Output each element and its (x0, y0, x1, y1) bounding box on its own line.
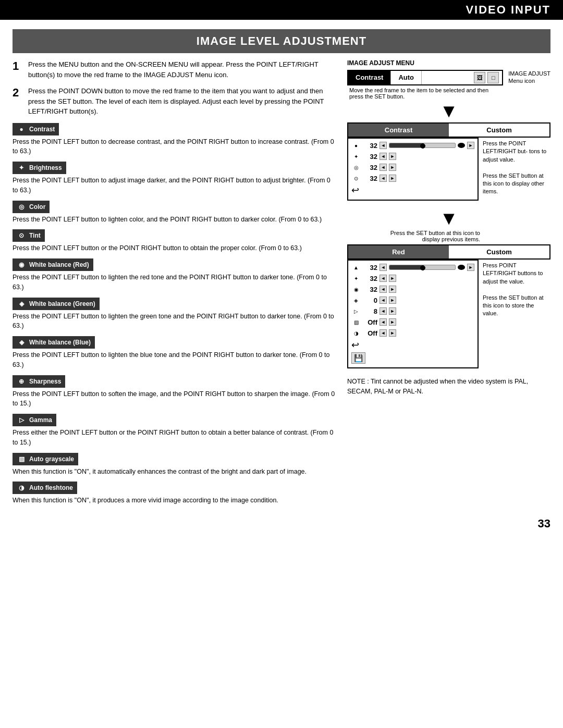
feature-gamma: ▷ Gamma Press either the POINT LEFT butt… (13, 414, 337, 448)
feature-gamma-desc: Press either the POINT LEFT button or th… (13, 428, 337, 448)
undo-icon-2[interactable]: ↩ (351, 339, 359, 351)
feature-color-desc: Press the POINT LEFT button to lighten c… (13, 215, 337, 225)
feature-wb-blue-label: ◈ White balance (Blue) (13, 336, 95, 349)
p2-row7-left[interactable]: ◄ (380, 329, 387, 337)
p2-row1-left[interactable]: ◄ (380, 264, 387, 271)
p2-row3-right[interactable]: ► (389, 286, 396, 293)
image-adjust-icon-label: IMAGE ADJUSTMenu icon (508, 70, 550, 85)
p2-row1-icon: ▲ (351, 263, 361, 272)
feature-wb-red: ◉ White balance (Red) Press the POINT LE… (13, 258, 337, 292)
note-text: NOTE : Tint cannot be adjusted when the … (347, 377, 550, 397)
row3-right-arrow[interactable]: ► (389, 164, 396, 171)
p2-row4-right[interactable]: ► (389, 297, 396, 304)
p2-row-5: ▷ 8 ◄ ► (351, 306, 474, 316)
p2-row-2: ✦ 32 ◄ ► (351, 274, 474, 283)
p2-row4-left[interactable]: ◄ (380, 297, 387, 304)
panel-2-annotation: Press POINT LEFT/RIGHT buttons to adjust… (483, 260, 550, 318)
p2-row4-value: 0 (363, 297, 377, 304)
row4-left-arrow[interactable]: ◄ (380, 175, 387, 182)
p2-row6-icon: ▧ (351, 317, 361, 327)
sharpness-icon: ⊕ (17, 377, 26, 386)
store-icon[interactable]: 💾 (351, 352, 365, 364)
feature-tint-label: ⊙ Tint (13, 229, 45, 242)
adjust-row-4: ⊙ 32 ◄ ► (351, 174, 474, 183)
feature-gamma-label: ▷ Gamma (13, 414, 56, 426)
page-header: VIDEO INPUT (0, 0, 563, 20)
gamma-icon: ▷ (17, 415, 26, 425)
feature-brightness: ✦ Brightness Press the POINT LEFT button… (13, 162, 337, 195)
header-title: VIDEO INPUT (466, 3, 550, 16)
feature-wb-red-desc: Press the POINT LEFT button to lighten t… (13, 273, 337, 292)
row1-left-arrow[interactable]: ◄ (380, 142, 387, 149)
feature-auto-grayscale-label: ▧ Auto grayscale (13, 453, 78, 465)
menu-bar-auto: Auto (391, 71, 422, 84)
row1-indicator (458, 143, 465, 148)
p2-row6-right[interactable]: ► (389, 318, 396, 326)
adjust-row-3: ◎ 32 ◄ ► (351, 163, 474, 172)
adjust-row-2: ✦ 32 ◄ ► (351, 152, 474, 161)
image-adjust-menu-label: IMAGE ADJUST MENU (347, 59, 550, 67)
row1-right-arrow[interactable]: ► (467, 142, 474, 149)
wb-blue-icon: ◈ (17, 338, 26, 347)
panel-2-header-right: Custom (449, 245, 549, 258)
section-title: IMAGE LEVEL ADJUSTMENT (13, 29, 550, 53)
panel-2-body: ▲ 32 ◄ ► ✦ 32 ◄ (347, 260, 479, 368)
contrast-icon: ● (17, 125, 26, 134)
feature-sharpness-desc: Press the POINT LEFT button to soften th… (13, 389, 337, 409)
menu-icon-1: 🖼 (474, 72, 485, 83)
p2-row6-left[interactable]: ◄ (380, 318, 387, 326)
p2-row5-left[interactable]: ◄ (380, 307, 387, 315)
feature-contrast-desc: Press the POINT LEFT button to decrease … (13, 137, 337, 157)
p2-row5-right[interactable]: ► (389, 307, 396, 315)
p2-row-7: ◑ Off ◄ ► (351, 328, 474, 338)
p2-row2-left[interactable]: ◄ (380, 275, 387, 282)
row4-value: 32 (363, 175, 377, 182)
row2-right-arrow[interactable]: ► (389, 153, 396, 160)
row1-icon: ● (351, 141, 361, 150)
row1-slider[interactable] (389, 143, 456, 148)
step-1: 1 Press the MENU button and the ON-SCREE… (13, 59, 337, 80)
step-2-text: Press the POINT DOWN button to move the … (28, 86, 337, 117)
row2-left-arrow[interactable]: ◄ (380, 153, 387, 160)
p2-row1-slider[interactable] (389, 265, 456, 270)
feature-sharpness: ⊕ Sharpness Press the POINT LEFT button … (13, 375, 337, 409)
p2-row2-right[interactable]: ► (389, 275, 396, 282)
feature-tint-desc: Press the POINT LEFT button or the POINT… (13, 243, 337, 253)
p2-row1-value: 32 (363, 264, 377, 272)
menu-annotation: Move the red frame to the item to be sel… (349, 87, 503, 100)
p2-row5-value: 8 (363, 307, 377, 315)
p2-row7-value: Off (363, 329, 377, 337)
feature-sharpness-label: ⊕ Sharpness (13, 375, 65, 388)
panel-1-header-left: Contrast (348, 124, 449, 137)
feature-auto-fleshtone: ◑ Auto fleshtone When this function is "… (13, 482, 337, 505)
right-column: IMAGE ADJUST MENU Contrast Auto 🖼 □ Move… (347, 59, 550, 511)
row4-right-arrow[interactable]: ► (389, 175, 396, 182)
menu-bar-contrast: Contrast (348, 71, 391, 84)
panel-1-annotation: Press the POINT LEFT/RIGHT but- tons to … (483, 138, 550, 196)
p2-row4-icon: ◈ (351, 295, 361, 305)
undo-row-2: ↩ (351, 339, 474, 351)
feature-contrast: ● Contrast Press the POINT LEFT button t… (13, 123, 337, 157)
undo-icon-1[interactable]: ↩ (351, 184, 359, 196)
step-1-text: Press the MENU button and the ON-SCREEN … (28, 59, 337, 80)
panel-1-body: ● 32 ◄ ► ✦ 32 ◄ (347, 138, 479, 201)
feature-color: ◎ Color Press the POINT LEFT button to l… (13, 201, 337, 225)
feature-brightness-desc: Press the POINT LEFT button to adjust im… (13, 176, 337, 195)
main-content: 1 Press the MENU button and the ON-SCREE… (0, 59, 563, 511)
p2-row2-value: 32 (363, 275, 377, 282)
auto-fleshtone-icon: ◑ (17, 483, 26, 492)
p2-row3-value: 32 (363, 286, 377, 293)
feature-auto-fleshtone-desc: When this function is "ON", it produces … (13, 496, 337, 505)
auto-grayscale-icon: ▧ (17, 454, 26, 464)
panel-1-header-right: Custom (449, 124, 549, 137)
row1-value: 32 (363, 142, 377, 150)
feature-wb-green-desc: Press the POINT LEFT button to lighten t… (13, 312, 337, 331)
p2-row1-right[interactable]: ► (467, 264, 474, 271)
row3-left-arrow[interactable]: ◄ (380, 164, 387, 171)
feature-auto-grayscale: ▧ Auto grayscale When this function is "… (13, 453, 337, 477)
p2-row3-icon: ◉ (351, 285, 361, 294)
p2-row7-right[interactable]: ► (389, 329, 396, 337)
panel-2: Red Custom ▲ 32 ◄ ► (347, 244, 550, 372)
p2-row3-left[interactable]: ◄ (380, 286, 387, 293)
row4-icon: ⊙ (351, 174, 361, 183)
